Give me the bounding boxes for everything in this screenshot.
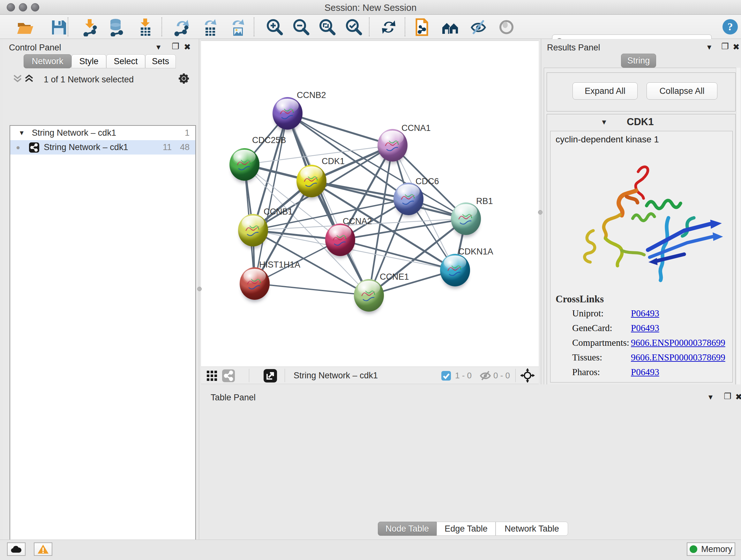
titlebar: Session: New Session [0,0,741,15]
node-gloss [329,225,351,240]
crosslink-row: Tissues:9606.ENSP00000378699 [550,352,733,367]
selected-checkbox-icon[interactable] [441,371,451,381]
help-button[interactable]: ? [722,18,738,35]
network-view-title: String Network – cdk1 [293,371,378,381]
node-CDK1[interactable] [296,165,327,197]
tab-edge-table[interactable]: Edge Table [436,522,495,536]
crosslink-label: GeneCard: [572,323,612,333]
show-eye-button[interactable] [497,18,516,37]
crosslink-link[interactable]: P06493 [631,367,659,377]
network-row[interactable]: ● String Network – cdk1 11 48 [10,140,195,154]
entry-description: cyclin-dependent kinase 1 [556,134,659,145]
node-CCNE1[interactable] [354,279,384,312]
node-gloss [358,281,380,295]
panel-menu-icon[interactable]: ▾ [156,42,160,52]
tab-network-table[interactable]: Network Table [495,522,568,536]
tab-style[interactable]: Style [71,54,106,68]
main-toolbar: ? [0,15,741,39]
panel-menu-icon[interactable]: ▾ [707,42,711,52]
memory-ok-dot [690,545,697,553]
panel-menu-icon[interactable]: ▾ [709,392,713,401]
expand-all-button[interactable]: Expand All [572,82,637,100]
toolbar-separator [161,17,162,37]
import-network-file-button[interactable] [81,18,99,37]
node-CCNB2[interactable] [273,97,302,130]
node-gloss [444,255,466,270]
crosslink-link[interactable]: P06493 [631,323,659,333]
tab-node-table[interactable]: Node Table [378,522,436,536]
refresh-layout-button[interactable] [380,18,398,37]
node-label-HIST1H1A: HIST1H1A [259,260,300,270]
panel-close-icon[interactable]: ✖ [733,42,740,52]
zoom-fit-button[interactable] [318,18,336,37]
node-label-CCNA2: CCNA2 [343,216,372,226]
node-CCNA2[interactable] [325,224,355,256]
open-session-button[interactable] [16,18,35,37]
protein-structure-image[interactable] [557,152,727,287]
entry-collapse-icon[interactable]: ▼ [601,118,608,126]
tab-select[interactable]: Select [106,54,145,68]
panel-close-icon[interactable]: ✖ [735,392,741,401]
home-pages-button[interactable] [441,18,460,37]
node-gloss [233,150,256,164]
node-CCNA1[interactable] [378,129,408,162]
status-bar: Memory [0,540,741,560]
results-panel-title: Results Panel [547,43,600,53]
warning-status-button[interactable] [34,543,52,556]
collection-expand-icon[interactable]: ▼ [18,129,25,137]
export-network-button[interactable] [172,18,191,37]
node-gloss [276,99,299,113]
tab-network[interactable]: Network [23,54,71,68]
svg-text:?: ? [728,21,733,33]
crosslink-link[interactable]: 9606.ENSP00000378699 [631,352,725,363]
node-HIST1H1A[interactable] [240,267,270,300]
zoom-out-button[interactable] [291,18,310,37]
panel-close-icon[interactable]: ✖ [184,42,191,52]
panel-float-icon[interactable]: ❐ [724,391,731,401]
export-table-button[interactable] [201,18,219,37]
tab-string[interactable]: String [621,54,656,68]
crosslink-label: Tissues: [572,352,602,363]
fit-crosshair-icon[interactable] [520,368,535,383]
detach-view-icon[interactable] [264,369,277,382]
edge-CDK1-RB1[interactable] [312,181,466,219]
network-collection-row[interactable]: ▼ String Network – cdk1 1 [10,126,195,140]
toolbar-separator [369,17,369,37]
export-image-button[interactable] [229,18,247,37]
node-CDKN1A[interactable] [440,254,470,287]
node-RB1[interactable] [451,202,481,235]
cloud-status-button[interactable] [7,543,25,556]
node-CCNB1[interactable] [238,214,268,246]
tab-sets[interactable]: Sets [145,54,176,68]
grid-view-icon[interactable] [206,370,218,381]
results-actions-box: Expand All Collapse All [547,72,736,111]
hide-eye-button[interactable] [469,18,488,37]
zoom-selected-button[interactable] [344,18,362,37]
node-CDC6[interactable] [394,183,423,215]
node-label-CCNB2: CCNB2 [297,90,326,100]
node-CDC25B[interactable] [229,148,259,181]
left-splitter-handle[interactable] [197,287,202,291]
import-table-button[interactable] [136,18,155,37]
import-network-database-button[interactable] [107,18,126,37]
memory-status-button[interactable]: Memory [687,543,735,556]
crosslink-link[interactable]: P06493 [631,308,659,319]
network-selection-status: 1 of 1 Network selected [3,75,175,84]
network-view-icon[interactable] [222,369,235,382]
collapse-all-button[interactable]: Collapse All [647,82,718,100]
results-vertical-scrollbar[interactable] [736,68,740,391]
control-panel: Control Panel ▾ ❐ ✖ Network Style Select… [3,39,199,540]
network-options-gear-icon[interactable] [178,72,190,85]
zoom-in-button[interactable] [265,18,283,37]
right-splitter-handle[interactable] [538,210,542,214]
save-session-button[interactable] [50,18,68,37]
edge-CCNB2-CCNA1[interactable] [287,113,393,145]
control-panel-title: Control Panel [9,43,61,53]
crosslink-link[interactable]: 9606.ENSP00000378699 [631,337,725,348]
panel-float-icon[interactable]: ❐ [721,42,729,51]
file-network-button[interactable] [413,18,431,37]
panel-float-icon[interactable]: ❐ [172,42,179,51]
network-view-toolbar: String Network – cdk1 1 - 0 0 - 0 [201,367,539,384]
node-label-CDKN1A: CDKN1A [458,247,493,257]
network-canvas[interactable]: CCNB2CCNA1CDC25BCDK1CDC6RB1CCNB1CCNA2CDK… [201,41,539,367]
